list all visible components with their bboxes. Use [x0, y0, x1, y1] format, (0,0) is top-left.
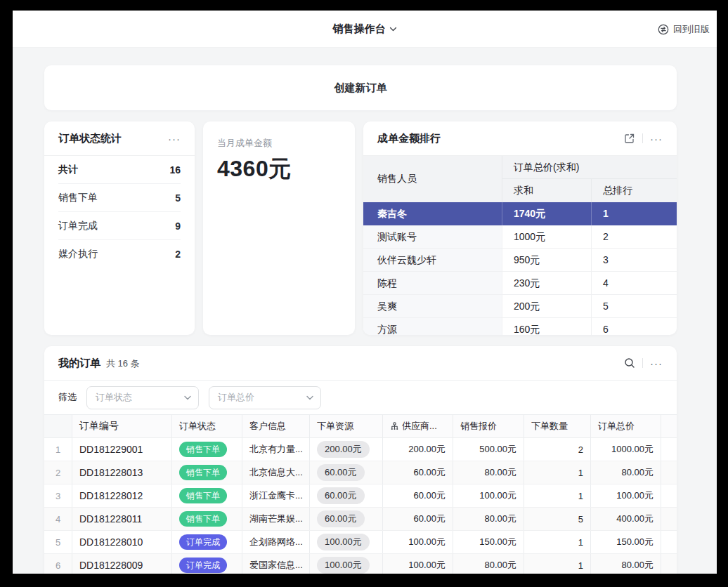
sales-quote: 500.00元: [453, 438, 524, 461]
ranking-table-header: 销售人员 订单总价(求和) 求和 总排行: [363, 156, 677, 202]
orders-card-header: 我的订单 共 16 条 ···: [44, 346, 677, 381]
monthly-amount-label: 当月成单金额: [217, 137, 341, 150]
select-placeholder: 订单总价: [218, 391, 254, 404]
col-order-total-sum-group: 订单总价(求和): [502, 156, 677, 179]
orders-header-actions: ···: [624, 357, 663, 369]
col-row-index: [44, 415, 72, 437]
create-order-label: 创建新订单: [334, 81, 387, 95]
order-total-filter-select[interactable]: 订单总价: [209, 386, 321, 409]
ranking-row[interactable]: 方源 160元 6: [363, 318, 677, 335]
ranking-row[interactable]: 测试账号 1000元 2: [363, 225, 677, 249]
col-client-info: 客户信息: [242, 415, 310, 437]
supplier-price: 100.00元: [383, 531, 453, 553]
resource-price-pill: 200.00元: [317, 441, 370, 458]
dashboard-body: 创建新订单 订单状态统计 ··· 共计 16 销售下单 5 订单完成 9 媒介执…: [13, 48, 717, 574]
select-placeholder: 订单状态: [96, 391, 132, 404]
salesperson-name: 伙伴云魏少轩: [363, 249, 502, 271]
col-supplier: 供应商...: [383, 415, 453, 437]
status-stat-row[interactable]: 销售下单 5: [58, 184, 181, 212]
order-number: DD181228012: [72, 484, 172, 507]
order-status-stats-card: 订单状态统计 ··· 共计 16 销售下单 5 订单完成 9 媒介执行 2: [44, 121, 195, 335]
order-total: 80.00元: [591, 461, 661, 484]
row-index: 3: [44, 484, 72, 507]
order-table-row[interactable]: 3 DD181228012 销售下单 浙江金鹰卡... 60.00元 60.00…: [44, 484, 677, 508]
row-index: 6: [44, 554, 72, 574]
orders-card-title: 我的订单: [58, 357, 100, 370]
col-resource: 下单资源: [310, 415, 383, 437]
ranking-table: 销售人员 订单总价(求和) 求和 总排行 秦吉冬 1740元 1 测试账号 10…: [363, 156, 677, 335]
search-icon[interactable]: [624, 357, 635, 369]
salesperson-name: 陈程: [363, 272, 502, 294]
order-sum-value: 160元: [502, 318, 592, 335]
more-menu-icon[interactable]: ···: [168, 133, 181, 144]
status-stat-label: 销售下单: [58, 192, 98, 204]
order-status-filter-select[interactable]: 订单状态: [86, 386, 199, 409]
salesperson-name: 吴爽: [363, 295, 502, 317]
supplier-price: 60.00元: [383, 461, 453, 484]
order-table-row[interactable]: 2 DD181228013 销售下单 北京信息大... 60.00元 60.00…: [44, 461, 677, 484]
order-sum-value: 950元: [502, 249, 592, 271]
client-info: 爱国家信息...: [242, 554, 310, 574]
chevron-down-icon: [184, 395, 191, 400]
order-status-badge: 销售下单: [179, 488, 227, 503]
col-sales-quote: 销售报价: [453, 415, 524, 437]
rank-number: 4: [592, 272, 677, 294]
resource-price-pill: 60.00元: [317, 464, 365, 481]
open-external-icon[interactable]: [624, 133, 635, 144]
amount-ranking-card: 成单金额排行 ··· 销售人员 订单总价(求和): [363, 121, 677, 335]
order-quantity: 1: [524, 531, 591, 553]
screenshot-frame: 销售操作台 回到旧版 创建新订单 订单状态统计 ··: [0, 0, 728, 587]
divider: [642, 358, 643, 368]
status-stat-row[interactable]: 共计 16: [58, 156, 181, 184]
status-stat-row[interactable]: 订单完成 9: [58, 212, 181, 240]
order-table-row[interactable]: 5 DD181228010 订单完成 企划路网络... 100.00元 100.…: [44, 531, 677, 554]
my-orders-card: 我的订单 共 16 条 ··· 筛选 订单状: [44, 346, 677, 574]
status-stat-value: 5: [175, 192, 181, 204]
col-quantity: 下单数量: [524, 415, 591, 437]
order-table-row[interactable]: 1 DD181229001 销售下单 北京有力量... 200.00元 200.…: [44, 438, 677, 461]
resource-price-pill: 60.00元: [317, 510, 365, 527]
col-order-number: 订单编号: [72, 415, 172, 437]
order-number: DD181228011: [72, 508, 172, 530]
order-table-row[interactable]: 6 DD181228009 订单完成 爱国家信息... 100.00元 100.…: [44, 554, 677, 574]
sales-quote: 100.00元: [453, 484, 524, 507]
sales-quote: 150.00元: [453, 531, 524, 553]
chevron-down-icon: [306, 395, 313, 400]
ranking-header-actions: ···: [624, 133, 663, 144]
salesperson-name: 方源: [363, 318, 502, 335]
resource-price-pill: 100.00元: [317, 534, 370, 550]
orders-count: 共 16 条: [106, 357, 140, 370]
order-number: DD181228013: [72, 461, 172, 484]
app-title-dropdown[interactable]: 销售操作台: [333, 11, 397, 48]
top-bar: 销售操作台 回到旧版: [13, 11, 717, 48]
client-info: 湖南芒果娱...: [242, 508, 310, 530]
ranking-row[interactable]: 秦吉冬 1740元 1: [363, 202, 677, 225]
order-total: 1000.00元: [591, 438, 661, 461]
order-total: 100.00元: [591, 484, 661, 507]
supplier-price: 100.00元: [383, 554, 453, 574]
order-status-badge: 订单完成: [179, 534, 227, 550]
order-sum-value: 1000元: [502, 225, 592, 248]
order-table-row[interactable]: 4 DD181228011 销售下单 湖南芒果娱... 60.00元 60.00…: [44, 508, 677, 531]
orders-table-body: 1 DD181229001 销售下单 北京有力量... 200.00元 200.…: [44, 438, 677, 574]
order-number: DD181228010: [72, 531, 172, 553]
rank-number: 2: [592, 225, 677, 248]
order-status-badge: 销售下单: [179, 465, 227, 480]
rank-number: 1: [592, 202, 677, 225]
client-info: 企划路网络...: [242, 531, 310, 553]
create-order-button[interactable]: 创建新订单: [44, 65, 677, 110]
salesperson-name: 秦吉冬: [363, 202, 502, 225]
status-card-title: 订单状态统计: [58, 132, 122, 145]
ranking-row[interactable]: 陈程 230元 4: [363, 272, 677, 295]
order-status-badge: 销售下单: [179, 511, 227, 527]
col-order-total: 订单总价: [591, 415, 661, 437]
ranking-row[interactable]: 吴爽 200元 5: [363, 295, 677, 318]
status-stat-row[interactable]: 媒介执行 2: [58, 240, 181, 268]
back-to-old-version-link[interactable]: 回到旧版: [658, 11, 710, 48]
sales-quote: 80.00元: [453, 461, 524, 484]
col-rank: 总排行: [592, 179, 677, 202]
ranking-row[interactable]: 伙伴云魏少轩 950元 3: [363, 249, 677, 272]
more-menu-icon[interactable]: ···: [650, 358, 663, 369]
app-window: 销售操作台 回到旧版 创建新订单 订单状态统计 ··: [13, 11, 717, 574]
more-menu-icon[interactable]: ···: [650, 133, 663, 144]
